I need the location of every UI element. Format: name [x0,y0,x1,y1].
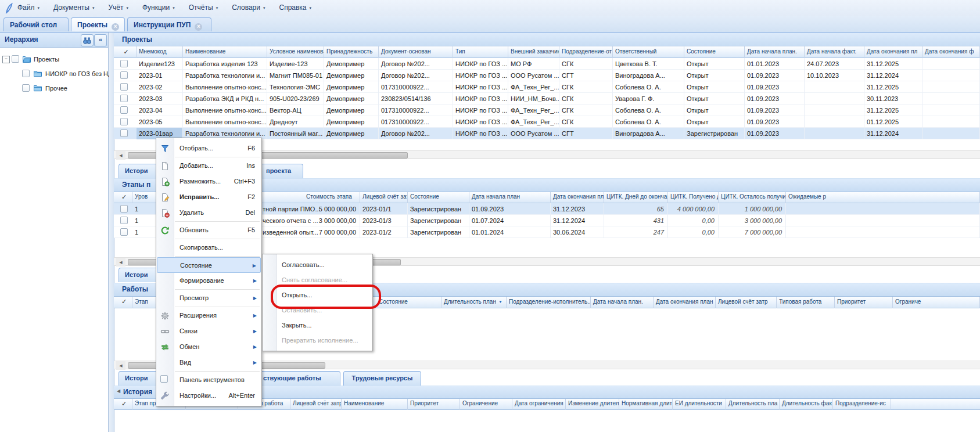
submenu-item-0[interactable]: Согласовать... [263,257,372,272]
column-header-history-11[interactable]: ЕИ длительности [673,398,726,410]
cell: 2023-01 [137,70,183,81]
column-header-history-8[interactable]: Дата ограничения [512,398,566,410]
cell: Демопример [324,128,379,139]
cell: Договор №202... [379,58,453,70]
column-header-works-0[interactable]: ✓ [116,296,132,308]
menu-item-18[interactable]: Обмен▶ [157,339,261,355]
menu-shortcut: F6 [247,141,255,156]
row-checkbox[interactable] [120,106,128,114]
column-header-history-10[interactable]: Нормативная длит [619,398,673,410]
row-checkbox[interactable] [120,228,128,236]
cell: Зарегистрирован [684,128,745,139]
column-header-stages-9[interactable]: ЦИТК. Получено д/с [668,191,719,203]
column-header-projects-9[interactable]: Ответственный [613,46,684,58]
cell: Договор №202... [379,70,453,81]
column-header-projects-8[interactable]: Подразделение-от [559,46,613,58]
column-header-works-6[interactable]: Дата окончания план [654,296,716,308]
cell: 3 000 000,00 [304,215,360,226]
cell: Выполнение опытно-конс... [183,81,267,93]
row-checkbox[interactable] [120,60,128,67]
column-header-projects-3[interactable]: Условное наименова [267,46,324,58]
column-header-works-8[interactable]: Типовая работа [777,296,835,308]
column-header-history-13[interactable]: Длительность фак [780,398,833,410]
column-header-projects-6[interactable]: Тип [453,46,508,58]
row-checkbox[interactable] [120,217,128,224]
scroll-left-icon[interactable]: ◀ [117,388,120,394]
menu-item-3[interactable]: Размножить...Ctrl+F3 [157,174,261,189]
menu-item-14[interactable]: Просмотр▶ [157,290,261,306]
cell [805,116,864,128]
column-header-works-3[interactable]: Длительность план▼ [441,296,507,308]
column-header-history-4[interactable]: Лицевой счёт затр [290,398,342,410]
cell: 31.12.2025 [864,58,922,70]
row-checkbox[interactable] [120,83,128,91]
row-checkbox[interactable] [120,95,128,102]
menu-item-16[interactable]: Расширения▶ [157,308,261,323]
column-header-projects-13[interactable]: Дата окончания пл [864,46,922,58]
cell [922,81,980,93]
column-header-history-9[interactable]: Изменение длител [566,398,619,410]
tab-labor-resources[interactable]: Трудовые ресурсы [343,371,421,386]
column-header-projects-14[interactable]: Дата окончания ф [922,46,980,58]
menu-item-21[interactable]: Панель инструментов [157,372,261,388]
column-header-projects-4[interactable]: Принадлежность [324,46,379,58]
scroll-left-icon[interactable]: ◀ [116,361,125,370]
column-header-projects-1[interactable]: Мнемокод [137,46,183,58]
column-header-works-10[interactable]: Ограниче [893,296,980,308]
column-header-projects-11[interactable]: Дата начала план. [745,46,805,58]
cell: 01.09.2023 [745,81,805,93]
column-header-history-6[interactable]: Приоритет [408,398,460,410]
menu-item-0[interactable]: Отобрать...F6 [157,141,261,156]
scroll-left-icon[interactable]: ◀ [116,258,125,267]
row-checkbox[interactable] [120,129,128,137]
cell: 01.01.2024 [469,226,551,238]
menu-item-2[interactable]: Добавить...Ins [157,158,261,174]
scroll-left-icon[interactable]: ◀ [116,151,125,160]
column-header-works-5[interactable]: Дата начала план. [591,296,654,308]
row-checkbox[interactable] [120,205,128,213]
column-header-stages-7[interactable]: Дата окончания план [551,191,604,203]
row-checkbox[interactable] [120,71,128,79]
menu-item-17[interactable]: Связи▶ [157,323,261,339]
column-header-projects-0[interactable]: ✓ [116,46,137,58]
menu-item-11[interactable]: Состояние▶ [157,257,261,273]
column-header-works-4[interactable]: Подразделение-исполнитель.. [507,296,591,308]
column-header-history-7[interactable]: Ограничение [460,398,512,410]
column-header-stages-4[interactable]: Лицевой счёт затрат. [360,191,408,203]
cell: СГК [559,116,613,128]
cell: 017310000922... [379,81,453,93]
column-header-works-7[interactable]: Лицевой счёт затр [716,296,777,308]
row-checkbox[interactable] [120,118,128,125]
column-header-projects-5[interactable]: Документ-основан [379,46,453,58]
menu-item-5[interactable]: УдалитьDel [157,205,261,221]
menu-item-4[interactable]: Исправить...F2 [157,189,261,205]
column-header-history-14[interactable]: Подразделение-ис [833,398,891,410]
column-header-history-0[interactable]: ✓ [116,398,132,410]
column-header-stages-10[interactable]: ЦИТК. Осталось получить д/с [719,191,786,203]
cell: СГК [559,105,613,116]
column-header-stages-6[interactable]: Дата начала план [469,191,551,203]
column-header-history-12[interactable]: Длительность пла [726,398,780,410]
menu-item-22[interactable]: Настройки...Alt+Enter [157,388,261,404]
cell: Открыт [684,105,745,116]
column-header-projects-7[interactable]: Внешний заказчик [508,46,559,58]
column-header-projects-12[interactable]: Дата начала факт. [805,46,864,58]
cell: Вектор-АЦ [267,105,324,116]
cell: 01.07.2024 [469,215,551,226]
column-header-projects-2[interactable]: Наименование [183,46,267,58]
column-header-works-9[interactable]: Приоритет [835,296,893,308]
column-header-stages-8[interactable]: ЦИТК. Дней до окончания [604,191,668,203]
column-header-stages-3[interactable]: Стоимость этапа [304,191,360,203]
column-header-stages-11[interactable]: Ожидаемые р [786,191,980,203]
menu-item-19[interactable]: Вид▶ [157,355,261,370]
column-header-stages-0[interactable]: ✓ [116,191,132,203]
column-header-stages-5[interactable]: Состояние [408,191,469,203]
column-header-works-2[interactable]: Состояние [376,296,441,308]
menu-item-12[interactable]: Формирование▶ [157,273,261,289]
submenu-item-4[interactable]: Закрыть... [263,318,372,333]
column-header-projects-10[interactable]: Состояние [684,46,745,58]
menu-item-9[interactable]: Скопировать... [157,240,261,255]
submenu-item-5[interactable]: Прекратить исполнение... [263,333,372,348]
menu-item-7[interactable]: ОбновитьF5 [157,222,261,238]
column-header-history-5[interactable]: Наименование [342,398,408,410]
